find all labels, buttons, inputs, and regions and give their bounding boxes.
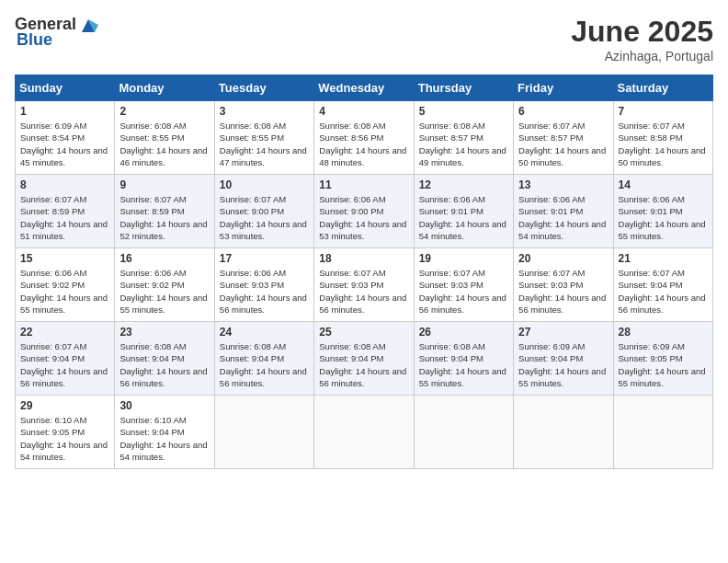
logo: General Blue — [15, 15, 100, 50]
cell-info: Sunrise: 6:07 AM Sunset: 9:03 PM Dayligh… — [419, 267, 508, 316]
weekday-header: Sunday — [16, 75, 115, 101]
day-number: 29 — [20, 399, 109, 412]
calendar-cell: 28 Sunrise: 6:09 AM Sunset: 9:05 PM Dayl… — [613, 322, 712, 396]
cell-info: Sunrise: 6:08 AM Sunset: 8:55 PM Dayligh… — [220, 120, 309, 168]
day-number: 6 — [518, 105, 608, 118]
calendar-cell: 10 Sunrise: 6:07 AM Sunset: 9:00 PM Dayl… — [214, 175, 313, 248]
calendar-cell — [514, 396, 613, 469]
day-number: 21 — [619, 252, 708, 265]
calendar-cell: 5 Sunrise: 6:08 AM Sunset: 8:57 PM Dayli… — [414, 101, 513, 175]
weekday-header: Wednesday — [314, 75, 414, 101]
weekday-header: Thursday — [414, 75, 513, 101]
calendar-cell: 19 Sunrise: 6:07 AM Sunset: 9:03 PM Dayl… — [414, 248, 513, 322]
calendar-cell: 6 Sunrise: 6:07 AM Sunset: 8:57 PM Dayli… — [514, 101, 613, 175]
calendar-week-row: 22 Sunrise: 6:07 AM Sunset: 9:04 PM Dayl… — [16, 322, 713, 396]
cell-info: Sunrise: 6:09 AM Sunset: 9:04 PM Dayligh… — [518, 340, 608, 389]
cell-info: Sunrise: 6:07 AM Sunset: 8:57 PM Dayligh… — [518, 120, 608, 168]
calendar-cell: 21 Sunrise: 6:07 AM Sunset: 9:04 PM Dayl… — [613, 248, 712, 322]
calendar-cell: 18 Sunrise: 6:07 AM Sunset: 9:03 PM Dayl… — [314, 248, 414, 322]
day-number: 11 — [319, 178, 408, 191]
day-number: 19 — [419, 252, 508, 265]
calendar-cell: 30 Sunrise: 6:10 AM Sunset: 9:04 PM Dayl… — [115, 396, 214, 469]
day-number: 3 — [220, 105, 309, 118]
month-year: June 2025 — [571, 15, 713, 49]
cell-info: Sunrise: 6:06 AM Sunset: 9:02 PM Dayligh… — [20, 267, 109, 316]
calendar-week-row: 29 Sunrise: 6:10 AM Sunset: 9:05 PM Dayl… — [16, 396, 713, 469]
title-block: June 2025 Azinhaga, Portugal — [571, 15, 713, 63]
calendar-cell: 11 Sunrise: 6:06 AM Sunset: 9:00 PM Dayl… — [314, 175, 414, 248]
cell-info: Sunrise: 6:07 AM Sunset: 9:04 PM Dayligh… — [20, 340, 109, 389]
calendar-table: SundayMondayTuesdayWednesdayThursdayFrid… — [15, 75, 713, 469]
weekday-header: Friday — [514, 75, 613, 101]
page-header: General Blue June 2025 Azinhaga, Portuga… — [15, 15, 713, 63]
calendar-cell: 2 Sunrise: 6:08 AM Sunset: 8:55 PM Dayli… — [115, 101, 214, 175]
location: Azinhaga, Portugal — [571, 49, 713, 63]
cell-info: Sunrise: 6:08 AM Sunset: 9:04 PM Dayligh… — [119, 340, 209, 389]
day-number: 2 — [119, 105, 209, 118]
calendar-cell: 4 Sunrise: 6:08 AM Sunset: 8:56 PM Dayli… — [314, 101, 414, 175]
cell-info: Sunrise: 6:09 AM Sunset: 9:05 PM Dayligh… — [619, 340, 708, 389]
calendar-header-row: SundayMondayTuesdayWednesdayThursdayFrid… — [16, 75, 713, 101]
day-number: 13 — [518, 178, 608, 191]
cell-info: Sunrise: 6:06 AM Sunset: 9:00 PM Dayligh… — [319, 193, 408, 242]
cell-info: Sunrise: 6:08 AM Sunset: 8:56 PM Dayligh… — [319, 120, 408, 168]
calendar-cell: 26 Sunrise: 6:08 AM Sunset: 9:04 PM Dayl… — [414, 322, 513, 396]
calendar-cell: 9 Sunrise: 6:07 AM Sunset: 8:59 PM Dayli… — [115, 175, 214, 248]
calendar-cell: 15 Sunrise: 6:06 AM Sunset: 9:02 PM Dayl… — [16, 248, 115, 322]
calendar-week-row: 1 Sunrise: 6:09 AM Sunset: 8:54 PM Dayli… — [16, 101, 713, 175]
calendar-cell — [314, 396, 414, 469]
calendar-cell: 1 Sunrise: 6:09 AM Sunset: 8:54 PM Dayli… — [16, 101, 115, 175]
cell-info: Sunrise: 6:07 AM Sunset: 8:59 PM Dayligh… — [119, 193, 209, 242]
calendar-cell: 22 Sunrise: 6:07 AM Sunset: 9:04 PM Dayl… — [16, 322, 115, 396]
logo-icon — [78, 16, 98, 34]
cell-info: Sunrise: 6:08 AM Sunset: 9:04 PM Dayligh… — [220, 340, 309, 389]
cell-info: Sunrise: 6:08 AM Sunset: 9:04 PM Dayligh… — [319, 340, 408, 389]
calendar-cell — [214, 396, 313, 469]
calendar-cell: 20 Sunrise: 6:07 AM Sunset: 9:03 PM Dayl… — [514, 248, 613, 322]
day-number: 25 — [319, 326, 408, 339]
calendar-cell: 3 Sunrise: 6:08 AM Sunset: 8:55 PM Dayli… — [214, 101, 313, 175]
weekday-header: Tuesday — [214, 75, 313, 101]
day-number: 12 — [419, 178, 508, 191]
calendar-cell: 16 Sunrise: 6:06 AM Sunset: 9:02 PM Dayl… — [115, 248, 214, 322]
day-number: 23 — [119, 326, 209, 339]
day-number: 10 — [220, 178, 309, 191]
day-number: 7 — [619, 105, 708, 118]
cell-info: Sunrise: 6:10 AM Sunset: 9:04 PM Dayligh… — [119, 414, 209, 463]
calendar-cell: 12 Sunrise: 6:06 AM Sunset: 9:01 PM Dayl… — [414, 175, 513, 248]
calendar-week-row: 15 Sunrise: 6:06 AM Sunset: 9:02 PM Dayl… — [16, 248, 713, 322]
calendar-cell: 27 Sunrise: 6:09 AM Sunset: 9:04 PM Dayl… — [514, 322, 613, 396]
cell-info: Sunrise: 6:06 AM Sunset: 9:03 PM Dayligh… — [220, 267, 309, 316]
day-number: 8 — [20, 178, 109, 191]
cell-info: Sunrise: 6:06 AM Sunset: 9:01 PM Dayligh… — [619, 193, 708, 242]
cell-info: Sunrise: 6:07 AM Sunset: 8:59 PM Dayligh… — [20, 193, 109, 242]
cell-info: Sunrise: 6:09 AM Sunset: 8:54 PM Dayligh… — [20, 120, 109, 168]
calendar-cell: 17 Sunrise: 6:06 AM Sunset: 9:03 PM Dayl… — [214, 248, 313, 322]
weekday-header: Saturday — [613, 75, 712, 101]
calendar-cell: 29 Sunrise: 6:10 AM Sunset: 9:05 PM Dayl… — [16, 396, 115, 469]
logo-blue-text: Blue — [17, 30, 52, 50]
calendar-cell: 24 Sunrise: 6:08 AM Sunset: 9:04 PM Dayl… — [214, 322, 313, 396]
day-number: 30 — [119, 399, 209, 412]
cell-info: Sunrise: 6:06 AM Sunset: 9:01 PM Dayligh… — [518, 193, 608, 242]
calendar-cell — [613, 396, 712, 469]
day-number: 26 — [419, 326, 508, 339]
cell-info: Sunrise: 6:06 AM Sunset: 9:02 PM Dayligh… — [119, 267, 209, 316]
cell-info: Sunrise: 6:08 AM Sunset: 9:04 PM Dayligh… — [419, 340, 508, 389]
calendar-cell: 7 Sunrise: 6:07 AM Sunset: 8:58 PM Dayli… — [613, 101, 712, 175]
cell-info: Sunrise: 6:10 AM Sunset: 9:05 PM Dayligh… — [20, 414, 109, 463]
cell-info: Sunrise: 6:07 AM Sunset: 9:03 PM Dayligh… — [319, 267, 408, 316]
day-number: 28 — [619, 326, 708, 339]
calendar-week-row: 8 Sunrise: 6:07 AM Sunset: 8:59 PM Dayli… — [16, 175, 713, 248]
calendar-cell: 25 Sunrise: 6:08 AM Sunset: 9:04 PM Dayl… — [314, 322, 414, 396]
day-number: 18 — [319, 252, 408, 265]
day-number: 1 — [20, 105, 109, 118]
cell-info: Sunrise: 6:06 AM Sunset: 9:01 PM Dayligh… — [419, 193, 508, 242]
cell-info: Sunrise: 6:08 AM Sunset: 8:57 PM Dayligh… — [419, 120, 508, 168]
cell-info: Sunrise: 6:07 AM Sunset: 9:04 PM Dayligh… — [619, 267, 708, 316]
calendar-cell: 14 Sunrise: 6:06 AM Sunset: 9:01 PM Dayl… — [613, 175, 712, 248]
day-number: 17 — [220, 252, 309, 265]
day-number: 22 — [20, 326, 109, 339]
day-number: 15 — [20, 252, 109, 265]
cell-info: Sunrise: 6:07 AM Sunset: 8:58 PM Dayligh… — [619, 120, 708, 168]
